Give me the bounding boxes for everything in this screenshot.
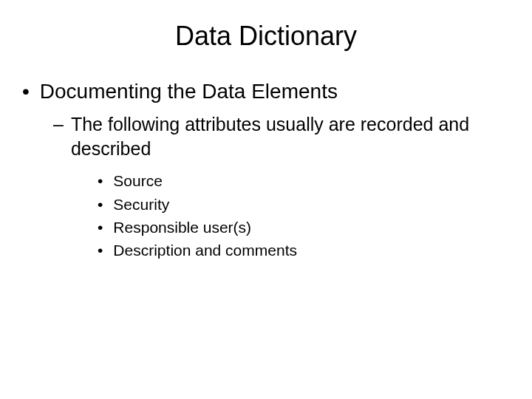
bullet-dot-icon: • [98, 217, 103, 238]
level1-text: Documenting the Data Elements [40, 78, 338, 105]
bullet-dot-icon: • [98, 240, 103, 261]
level3-text: Responsible user(s) [113, 217, 251, 238]
slide-title: Data Dictionary [0, 0, 532, 78]
bullet-level3: • Description and comments [98, 240, 510, 261]
slide-content: • Documenting the Data Elements – The fo… [0, 78, 532, 262]
level3-text: Description and comments [113, 240, 297, 261]
level3-group: • Source • Security • Responsible user(s… [98, 171, 510, 261]
level3-text: Security [113, 194, 169, 215]
level2-text: The following attributes usually are rec… [71, 112, 510, 160]
bullet-level1: • Documenting the Data Elements [22, 78, 510, 105]
bullet-level3: • Security [98, 194, 510, 215]
level3-text: Source [113, 171, 163, 191]
bullet-dot-icon: • [98, 171, 103, 191]
bullet-level3: • Source [98, 171, 510, 191]
dash-icon: – [53, 112, 64, 137]
bullet-dot-icon: • [98, 194, 103, 215]
bullet-dot-icon: • [22, 78, 30, 105]
bullet-level2: – The following attributes usually are r… [53, 112, 510, 160]
bullet-level3: • Responsible user(s) [98, 217, 510, 238]
